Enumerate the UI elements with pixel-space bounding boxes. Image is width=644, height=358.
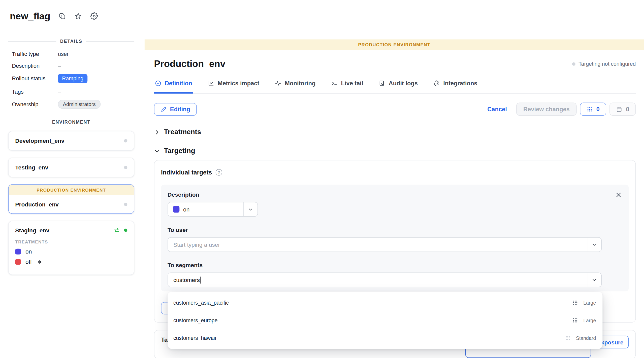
segment-meta: Large [572,300,596,306]
detail-label: Description [12,63,58,69]
divider-line [86,41,134,41]
edit-toolbar: Editing Cancel Review changes 0 [154,103,636,116]
treatment-select-value: on [168,202,243,216]
user-input[interactable] [168,238,587,252]
live-tail-icon [331,80,338,87]
divider-line [8,41,56,41]
integrations-icon [433,80,440,87]
metrics-impact-icon [208,80,214,87]
editing-label: Editing [170,106,190,113]
targeting-status: Targeting not configured [572,61,636,67]
individual-targets-title: Individual targets [161,169,212,176]
gear-icon[interactable] [90,12,98,20]
segment-size-label: Large [583,317,596,323]
target-rule-panel: Description on To user [161,185,629,292]
treatment-color-swatch [15,249,21,255]
tab-live-tail[interactable]: Live tail [330,79,364,94]
status-dot [572,62,575,65]
pencil-icon [160,106,167,112]
tab-label: Metrics impact [218,80,260,87]
env-name: Testing_env [15,164,48,171]
star-icon[interactable] [75,12,82,20]
close-icon[interactable] [615,191,622,199]
targeting-status-label: Targeting not configured [578,61,636,67]
cancel-link[interactable]: Cancel [487,106,507,113]
review-changes-button[interactable]: Review changes [516,103,576,116]
ownership-pill[interactable]: Administrators [58,100,101,109]
treatment-row-off: off [15,259,127,265]
description-label: Description [168,191,622,198]
segments-dropdown: customers_asia_pacific Large customers_e… [168,292,602,349]
chevron-down-icon[interactable] [243,202,257,216]
segment-option-hawaii[interactable]: customers_hawaii Standard [168,329,602,347]
environment-list: Development_env Testing_env PRODUCTION E… [8,131,134,275]
calendar-count-button[interactable]: 0 [609,103,636,116]
tab-definition[interactable]: Definition [154,79,193,94]
copy-icon[interactable] [58,12,66,20]
tab-monitoring[interactable]: Monitoring [274,79,316,94]
detail-row-ownership: Ownership Administrators [12,100,134,109]
tab-bar: Definition Metrics impact Monitoring [154,79,636,94]
detail-row-description: Description – [12,62,134,69]
individual-targets-title-row: Individual targets ? [154,160,635,175]
page-title: Production_env [154,58,225,69]
to-segments-label: To segments [168,262,622,268]
grid-icon [587,106,593,112]
divider-line [8,122,48,122]
tab-label: Monitoring [285,80,315,87]
segment-meta: Large [572,317,596,323]
segment-size-label: Large [583,300,596,306]
environment-header: ENVIRONMENT [8,119,134,124]
flag-header: new_flag [10,11,98,22]
chevron-right-icon [154,129,160,135]
detail-value: – [58,88,61,94]
details-rows: Traffic type user Description – Rollout … [8,50,134,109]
segments-input[interactable]: customers [168,273,587,287]
env-card-development[interactable]: Development_env [8,131,134,151]
grid-icon [572,317,578,323]
grid-dotted-icon [565,335,571,341]
help-icon[interactable]: ? [216,169,222,175]
environment-section: ENVIRONMENT Development_env Testing_env … [8,119,134,275]
individual-targets-card: Individual targets ? Description on [154,160,636,323]
tab-metrics-impact[interactable]: Metrics impact [207,79,260,94]
main-inner: Production_env Targeting not configured … [145,58,644,358]
detail-label: Rollout status [12,76,58,82]
detail-label: Tags [12,88,58,94]
segment-option-asia-pacific[interactable]: customers_asia_pacific Large [168,294,602,311]
treatments-label: TREATMENTS [15,239,127,244]
targeting-section-header[interactable]: Targeting [154,147,636,155]
env-card-production[interactable]: PRODUCTION ENVIRONMENT Production_env [8,184,134,214]
details-header: DETAILS [8,39,134,44]
env-card-staging[interactable]: Staging_env TREATMENTS on [8,221,134,275]
tab-label: Definition [165,80,192,87]
treatment-row-on: on [15,248,127,255]
next-section-title-partial: Ta [161,336,168,343]
env-card-testing[interactable]: Testing_env [8,158,134,177]
status-dot [124,203,127,206]
definition-icon [155,80,162,87]
chevron-down-icon[interactable] [587,238,601,252]
status-dot [124,139,127,142]
segment-size-label: Standard [576,335,596,341]
treatment-select[interactable]: on [168,202,258,217]
details-header-label: DETAILS [60,39,82,44]
status-dot [124,166,127,169]
tab-integrations[interactable]: Integrations [433,79,478,94]
grid-count-button[interactable]: 0 [580,103,606,116]
env-name: Staging_env [15,227,49,233]
detail-value: user [58,51,69,57]
app-page: new_flag DETAILS Traffic type user Descr… [0,0,644,358]
environment-header-label: ENVIRONMENT [52,119,90,124]
detail-label: Traffic type [12,51,58,57]
detail-value: – [58,63,61,69]
tab-audit-logs[interactable]: Audit logs [378,79,418,94]
editing-button[interactable]: Editing [154,103,197,116]
user-input-box [168,237,602,252]
treatment-color-swatch [173,206,179,212]
segment-option-europe[interactable]: customers_europe Large [168,311,602,329]
chevron-down-icon[interactable] [587,273,601,287]
title-row: Production_env Targeting not configured [154,58,636,69]
treatments-section-header[interactable]: Treatments [154,128,636,136]
env-name: Production_env [15,201,58,208]
